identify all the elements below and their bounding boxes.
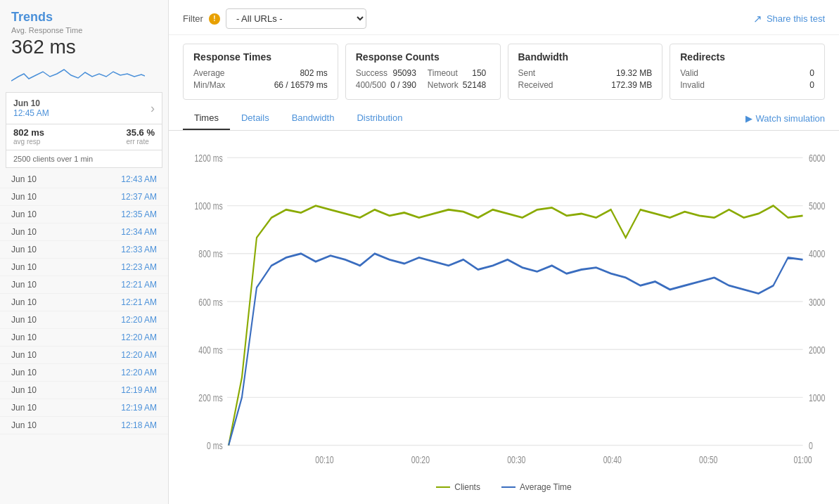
tabs-row: Times Details Bandwidth Distribution ▶ W… xyxy=(169,107,839,131)
share-test-button[interactable]: ↗ Share this test xyxy=(753,13,825,25)
stat-row-network: Network 52148 xyxy=(428,80,486,90)
stat-card-response-times: Response Times Average 802 ms Min/Max 66… xyxy=(183,44,338,100)
sidebar-list-item[interactable]: Jun 1012:18 AM xyxy=(0,417,168,434)
tab-details[interactable]: Details xyxy=(230,107,281,130)
sidebar-list-time: 12:20 AM xyxy=(121,332,157,342)
svg-text:1000: 1000 xyxy=(809,393,825,404)
sidebar: Trends Avg. Response Time 362 ms Jun 10 … xyxy=(0,0,169,504)
sidebar-list-item[interactable]: Jun 1012:19 AM xyxy=(0,382,168,399)
share-icon: ↗ xyxy=(753,13,762,25)
stat-row-sent: Sent 19.32 MB xyxy=(518,68,653,78)
stat-value-network: 52148 xyxy=(463,80,486,90)
svg-text:2000: 2000 xyxy=(809,344,825,356)
sidebar-list-time: 12:23 AM xyxy=(121,262,157,272)
watch-simulation-button[interactable]: ▶ Watch simulation xyxy=(745,113,826,124)
stat-card-bandwidth-title: Bandwidth xyxy=(518,51,653,63)
svg-text:00:40: 00:40 xyxy=(603,455,622,466)
sidebar-avg-response: 362 ms xyxy=(11,36,157,58)
legend-clients-label: Clients xyxy=(454,482,480,492)
sidebar-title: Trends xyxy=(11,10,157,25)
tab-distribution[interactable]: Distribution xyxy=(345,107,414,130)
filter-label: Filter xyxy=(183,13,203,24)
sidebar-list-item[interactable]: Jun 1012:19 AM xyxy=(0,399,168,417)
stat-label-timeout: Timeout xyxy=(428,68,458,78)
chart-tabs: Times Details Bandwidth Distribution xyxy=(183,107,414,130)
sidebar-list-item[interactable]: Jun 1012:33 AM xyxy=(0,241,168,259)
stat-label-400500: 400/500 xyxy=(356,80,386,90)
tab-times[interactable]: Times xyxy=(183,107,230,130)
sidebar-list-item[interactable]: Jun 1012:20 AM xyxy=(0,311,168,329)
sidebar-err-rate-label: err rate xyxy=(127,138,155,146)
clients-line xyxy=(229,206,802,446)
stats-row: Response Times Average 802 ms Min/Max 66… xyxy=(169,35,839,107)
sidebar-list-date: Jun 10 xyxy=(11,368,37,377)
svg-text:400 ms: 400 ms xyxy=(198,344,222,356)
sidebar-list-date: Jun 10 xyxy=(11,350,37,360)
svg-text:1200 ms: 1200 ms xyxy=(194,153,222,164)
sidebar-err-rate-metric: 35.6 % err rate xyxy=(127,127,155,146)
tab-bandwidth[interactable]: Bandwidth xyxy=(281,107,346,130)
sidebar-list-date: Jun 10 xyxy=(11,262,37,272)
stat-card-response-counts-title: Response Counts xyxy=(356,51,490,63)
play-icon: ▶ xyxy=(745,113,752,124)
stat-card-response-times-title: Response Times xyxy=(193,51,328,63)
sidebar-header: Trends Avg. Response Time 362 ms xyxy=(0,0,168,92)
sidebar-list-time: 12:35 AM xyxy=(121,209,157,219)
legend-avg-time: Average Time xyxy=(501,482,572,492)
stat-row-success: Success 95093 xyxy=(356,68,416,78)
stat-label-sent: Sent xyxy=(518,68,536,78)
sidebar-list-item[interactable]: Jun 1012:23 AM xyxy=(0,259,168,276)
stat-card-response-counts: Response Counts Success 95093 400/500 0 … xyxy=(345,44,501,100)
sidebar-list-time: 12:33 AM xyxy=(121,245,157,254)
info-icon[interactable]: ! xyxy=(209,13,220,25)
stat-value-sent: 19.32 MB xyxy=(616,68,652,78)
svg-text:800 ms: 800 ms xyxy=(198,249,222,260)
sidebar-list-time: 12:19 AM xyxy=(121,403,157,413)
filter-area: Filter ! - All URLs - xyxy=(183,8,366,29)
main-header: Filter ! - All URLs - ↗ Share this test xyxy=(169,0,839,35)
stat-card-redirects: Redirects Valid 0 Invalid 0 xyxy=(670,44,825,100)
url-filter-select[interactable]: - All URLs - xyxy=(226,8,366,29)
sidebar-avg-resp-label: avg resp xyxy=(13,138,44,146)
stat-value-minmax: 66 / 16579 ms xyxy=(274,80,328,90)
sidebar-list-time: 12:20 AM xyxy=(121,368,157,377)
sidebar-current-entry[interactable]: Jun 10 12:45 AM › xyxy=(6,92,162,124)
main-content: Filter ! - All URLs - ↗ Share this test … xyxy=(169,0,839,504)
sidebar-list-date: Jun 10 xyxy=(11,245,37,254)
share-test-label: Share this test xyxy=(767,13,825,24)
sidebar-list-item[interactable]: Jun 1012:43 AM xyxy=(0,171,168,188)
sidebar-list-date: Jun 10 xyxy=(11,420,37,430)
svg-text:00:50: 00:50 xyxy=(699,455,717,466)
stat-row-invalid: Invalid 0 xyxy=(680,80,814,90)
sidebar-list-date: Jun 10 xyxy=(11,385,37,395)
sidebar-list-item[interactable]: Jun 1012:21 AM xyxy=(0,276,168,294)
svg-text:00:20: 00:20 xyxy=(411,455,430,466)
sidebar-avg-resp-val: 802 ms xyxy=(13,127,44,138)
sidebar-list-item[interactable]: Jun 1012:35 AM xyxy=(0,206,168,224)
sidebar-list-item[interactable]: Jun 1012:20 AM xyxy=(0,329,168,347)
stat-label-success: Success xyxy=(356,68,388,78)
sidebar-list-date: Jun 10 xyxy=(11,332,37,342)
svg-text:00:10: 00:10 xyxy=(315,455,333,466)
sidebar-list-item[interactable]: Jun 1012:34 AM xyxy=(0,224,168,241)
legend-clients: Clients xyxy=(436,482,480,492)
sidebar-list-date: Jun 10 xyxy=(11,280,37,290)
sidebar-list-date: Jun 10 xyxy=(11,227,37,237)
sidebar-list-item[interactable]: Jun 1012:20 AM xyxy=(0,364,168,382)
sidebar-current-date: Jun 10 xyxy=(13,98,49,108)
sidebar-list-time: 12:18 AM xyxy=(121,420,157,430)
stat-label-received: Received xyxy=(518,80,553,90)
sidebar-list-item[interactable]: Jun 1012:20 AM xyxy=(0,347,168,364)
stat-label-average: Average xyxy=(193,68,224,78)
sidebar-list-date: Jun 10 xyxy=(11,209,37,219)
svg-text:4000: 4000 xyxy=(809,249,825,260)
stat-value-received: 172.39 MB xyxy=(611,80,652,90)
sidebar-sparkline xyxy=(11,61,157,82)
stat-row-400500: 400/500 0 / 390 xyxy=(356,80,416,90)
sidebar-metrics: 802 ms avg resp 35.6 % err rate xyxy=(6,124,162,150)
sidebar-list-time: 12:43 AM xyxy=(121,174,157,184)
sidebar-list-item[interactable]: Jun 1012:37 AM xyxy=(0,188,168,206)
stat-value-success: 95093 xyxy=(392,68,416,78)
sidebar-list-time: 12:34 AM xyxy=(121,227,157,237)
sidebar-list-item[interactable]: Jun 1012:21 AM xyxy=(0,294,168,311)
